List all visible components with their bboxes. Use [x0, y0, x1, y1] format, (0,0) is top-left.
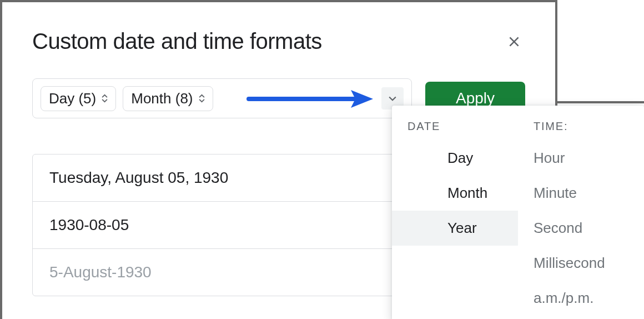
token-month[interactable]: Month (8)	[123, 86, 213, 111]
dialog-header: Custom date and time formats	[32, 29, 525, 54]
dropdown-item-hour[interactable]: Hour	[518, 141, 644, 176]
dialog-title: Custom date and time formats	[32, 29, 322, 54]
stepper-icon	[199, 94, 205, 103]
dropdown-item-ampm[interactable]: a.m./p.m.	[518, 281, 644, 316]
token-day[interactable]: Day (5)	[41, 86, 116, 111]
close-button[interactable]	[503, 31, 525, 53]
chevron-down-icon	[387, 93, 398, 104]
token-day-label: Day (5)	[49, 90, 96, 107]
token-month-label: Month (8)	[131, 90, 193, 107]
apply-label: Apply	[456, 89, 495, 107]
dropdown-time-column: TIME: Hour Minute Second Millisecond a.m…	[518, 114, 644, 316]
stepper-icon	[102, 94, 108, 103]
dropdown-date-heading: DATE	[392, 114, 518, 141]
dropdown-item-year[interactable]: Year	[392, 211, 518, 246]
border-tail	[555, 101, 644, 103]
dropdown-item-day[interactable]: Day	[392, 141, 518, 176]
dropdown-date-column: DATE Day Month Year	[392, 114, 518, 316]
dropdown-item-second[interactable]: Second	[518, 211, 644, 246]
close-icon	[507, 34, 521, 49]
dropdown-time-heading: TIME:	[518, 114, 644, 141]
token-dropdown: DATE Day Month Year TIME: Hour Minute Se…	[392, 106, 644, 319]
dropdown-item-month[interactable]: Month	[392, 176, 518, 211]
dropdown-item-millisecond[interactable]: Millisecond	[518, 246, 644, 281]
dropdown-item-minute[interactable]: Minute	[518, 176, 644, 211]
format-input-box[interactable]: Day (5) Month (8)	[32, 78, 412, 118]
